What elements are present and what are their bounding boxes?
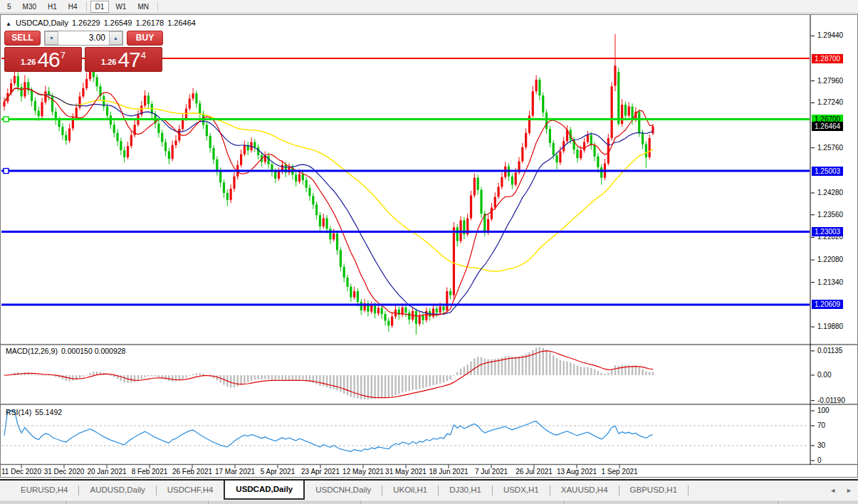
price-tick-label: 1.29440 bbox=[817, 31, 856, 40]
timeframe-button-mn[interactable]: MN bbox=[132, 1, 154, 13]
timeframe-button-w1[interactable]: W1 bbox=[110, 1, 131, 13]
tab-usdcad-daily[interactable]: USDCAD,Daily bbox=[224, 481, 305, 500]
price-tick-label: 1.23560 bbox=[817, 211, 856, 219]
tab-audusd-daily[interactable]: AUDUSD,Daily bbox=[79, 481, 155, 500]
price-level-label: 1.20609 bbox=[812, 300, 843, 309]
date-tick-label: 26 Jul 2021 bbox=[516, 468, 553, 476]
chart-window[interactable]: ▲USDCAD,Daily1.262291.265491.261781.2646… bbox=[0, 14, 858, 478]
price-line-handle bbox=[4, 117, 9, 122]
volume-stepper: ▼ 3.00 ▲ bbox=[44, 31, 123, 46]
tab-gbpusd-h1[interactable]: GBPUSD,H1 bbox=[619, 481, 688, 500]
toolbar-separator bbox=[86, 1, 87, 11]
buy-button[interactable]: BUY bbox=[127, 31, 163, 46]
timeframe-button-h4[interactable]: H4 bbox=[63, 1, 83, 13]
sell-button[interactable]: SELL bbox=[4, 31, 41, 46]
tab-scroll-left-icon[interactable]: ◄ bbox=[830, 487, 836, 494]
price-tick-label: 1.24280 bbox=[817, 189, 856, 197]
rsi-tick-label: 100 bbox=[817, 406, 856, 415]
tab-scroll-right-icon[interactable]: ► bbox=[846, 487, 852, 494]
price-tick-label: 1.19880 bbox=[817, 322, 856, 331]
macd-name: MACD(12,26,9) bbox=[6, 347, 58, 355]
price-level-label: 1.28700 bbox=[812, 54, 843, 63]
mt4-terminal: { "toolbar": { "items": [ {"label": "5",… bbox=[0, 0, 858, 504]
date-tick-label: 8 Feb 2021 bbox=[132, 468, 168, 476]
volume-decrease-button[interactable]: ▼ bbox=[45, 31, 58, 45]
candlesticks bbox=[3, 34, 654, 335]
chart-canvas bbox=[0, 14, 858, 478]
tab-dj30-h1[interactable]: DJ30,H1 bbox=[439, 481, 492, 500]
macd-values: 0.000150 0.000928 bbox=[61, 347, 126, 355]
price-level-label: 1.23003 bbox=[812, 227, 843, 236]
date-tick-label: 7 Jul 2021 bbox=[475, 468, 508, 476]
moving-average-lines bbox=[4, 88, 653, 316]
sell-price-prefix: 1.26 bbox=[21, 58, 36, 66]
price-level-label: 1.25003 bbox=[812, 167, 843, 176]
rsi-tick-label: 70 bbox=[817, 421, 856, 430]
tab-xauusd-h4[interactable]: XAUUSD,H4 bbox=[550, 481, 619, 500]
date-tick-label: 11 Dec 2020 bbox=[1, 468, 41, 476]
rsi-tick-label: 0 bbox=[817, 456, 856, 465]
timeframe-button-5[interactable]: 5 bbox=[2, 1, 16, 13]
rsi-tick-label: 30 bbox=[817, 441, 856, 450]
price-tick-label: 1.21340 bbox=[817, 278, 856, 287]
rsi-value: 55.1492 bbox=[35, 408, 62, 416]
date-tick-label: 31 May 2021 bbox=[385, 468, 427, 476]
one-click-trading-panel: SELL ▼ 3.00 ▲ BUY 1.26 46 7 1.26 47 4 bbox=[4, 30, 163, 72]
buy-price-big: 47 bbox=[117, 48, 140, 70]
status-divider bbox=[208, 500, 209, 504]
price-line-handle bbox=[4, 169, 9, 174]
ohlc-low: 1.26178 bbox=[135, 19, 164, 27]
macd-tick-label: 0.01135 bbox=[817, 347, 856, 355]
tab-usdx-h1[interactable]: USDX,H1 bbox=[493, 481, 550, 500]
ma-line-10 bbox=[4, 88, 653, 316]
status-divider bbox=[778, 500, 778, 504]
buy-price-prefix: 1.26 bbox=[101, 58, 116, 66]
date-tick-label: 13 Aug 2021 bbox=[557, 468, 597, 476]
date-tick-label: 23 Apr 2021 bbox=[301, 468, 340, 476]
date-tick-label: 18 Jun 2021 bbox=[429, 468, 468, 476]
timeframe-button-h1[interactable]: H1 bbox=[43, 1, 62, 13]
chart-symbol-period: USDCAD,Daily bbox=[16, 19, 68, 27]
timeframe-toolbar: 5M30H1H4D1W1MN bbox=[0, 0, 858, 14]
date-tick-label: 20 Jan 2021 bbox=[87, 468, 126, 476]
macd-tick-label: -0.01190 bbox=[817, 397, 856, 405]
tab-eurusd-h4[interactable]: EURUSD,H4 bbox=[10, 481, 78, 500]
buy-price-pip: 4 bbox=[141, 50, 146, 61]
volume-input[interactable]: 3.00 bbox=[58, 31, 109, 45]
rsi-indicator-label: RSI(14)55.1492 bbox=[6, 408, 62, 416]
status-divider bbox=[360, 500, 361, 504]
ohlc-open: 1.26229 bbox=[72, 19, 100, 27]
volume-increase-button[interactable]: ▲ bbox=[109, 31, 122, 45]
ma-line-21 bbox=[4, 88, 653, 315]
tab-ukoil-h1[interactable]: UKOil,H1 bbox=[382, 481, 438, 500]
date-tick-label: 1 Sep 2021 bbox=[601, 468, 637, 476]
tab-usdchf-h4[interactable]: USDCHF,H4 bbox=[157, 481, 224, 500]
ma-line-55 bbox=[4, 88, 653, 271]
price-tick-label: 1.25760 bbox=[817, 144, 856, 152]
date-tick-label: 12 May 2021 bbox=[342, 468, 384, 476]
ohlc-close: 1.26464 bbox=[167, 19, 196, 27]
status-divider bbox=[564, 500, 565, 504]
rsi-line bbox=[4, 411, 653, 451]
sell-price-tile[interactable]: 1.26 46 7 bbox=[4, 47, 82, 72]
buy-price-tile[interactable]: 1.26 47 4 bbox=[85, 47, 162, 72]
date-tick-label: 31 Dec 2020 bbox=[44, 468, 85, 476]
timeframe-button-m30[interactable]: M30 bbox=[18, 1, 41, 13]
sell-price-pip: 7 bbox=[61, 50, 66, 61]
collapse-arrow-icon[interactable]: ▲ bbox=[6, 21, 11, 27]
tab-scroll-arrows: ◄► bbox=[830, 481, 852, 500]
chart-window-border bbox=[1, 15, 858, 478]
sell-price-big: 46 bbox=[37, 48, 59, 70]
chart-ohlc-title: ▲USDCAD,Daily1.262291.265491.261781.2646… bbox=[6, 19, 196, 27]
date-tick-label: 17 Mar 2021 bbox=[215, 468, 255, 476]
macd-signal-line bbox=[4, 351, 653, 398]
tab-usdcnh-daily[interactable]: USDCNH,Daily bbox=[305, 481, 382, 500]
date-tick-label: 26 Feb 2021 bbox=[172, 468, 212, 476]
ohlc-high: 1.26549 bbox=[104, 19, 132, 27]
timeframe-button-d1[interactable]: D1 bbox=[90, 1, 110, 13]
price-tick-label: 1.27240 bbox=[817, 98, 856, 107]
macd-tick-label: 0.00 bbox=[817, 371, 856, 379]
rsi-name: RSI(14) bbox=[6, 408, 31, 416]
date-tick-label: 5 Apr 2021 bbox=[261, 468, 295, 476]
status-strip bbox=[0, 500, 858, 504]
